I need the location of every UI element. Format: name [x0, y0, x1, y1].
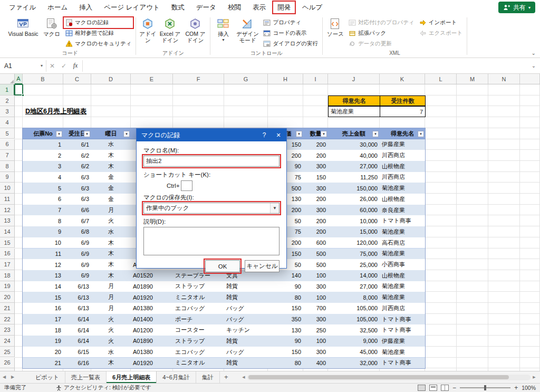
column-header-I[interactable]: I [303, 74, 328, 84]
cell[interactable]: 伊藤産業 [380, 139, 426, 151]
row-header-4[interactable]: 4 [0, 117, 15, 128]
cell[interactable]: 奈良産業 [380, 205, 426, 216]
cell[interactable]: 80 [268, 358, 304, 369]
row-header-19[interactable]: 19 [0, 281, 15, 292]
tab-page-layout[interactable]: ページ レイアウト [98, 0, 166, 15]
cell[interactable]: 火 [91, 215, 131, 227]
cell[interactable]: 21 [23, 358, 64, 369]
cell[interactable]: A01200 [131, 324, 173, 336]
cell[interactable]: ポーチ [173, 314, 225, 326]
chevron-down-icon[interactable]: ▼ [270, 203, 279, 213]
cell[interactable]: 200 [303, 139, 329, 151]
column-header-L[interactable]: L [425, 74, 457, 84]
cell[interactable]: 木 [91, 358, 131, 369]
tab-formulas[interactable]: 数式 [166, 0, 190, 15]
cell[interactable]: 菊池産業 [380, 183, 426, 194]
formula-input[interactable] [82, 60, 527, 72]
cell[interactable]: 6/3 [63, 172, 92, 184]
cell[interactable]: 水 [91, 139, 131, 151]
row-header-18[interactable]: 18 [0, 270, 15, 281]
row-header-17[interactable]: 17 [0, 259, 15, 270]
horizontal-scrollbar[interactable]: ◀ ▶ [240, 371, 540, 383]
column-header-H[interactable]: H [268, 74, 303, 84]
addins-button[interactable]: アドイン [139, 16, 157, 43]
column-header-A[interactable]: A [15, 74, 23, 84]
dialog-title-bar[interactable]: マクロの記録 ? ✕ [137, 129, 286, 141]
sheet-tab-1[interactable]: ピボット [30, 371, 65, 383]
cell[interactable]: 雑貨 [224, 336, 268, 347]
cancel-formula-icon[interactable]: ✕ [46, 62, 58, 70]
new-sheet-button[interactable]: + [220, 371, 233, 383]
row-header-21[interactable]: 21 [0, 303, 15, 314]
cell[interactable]: 木 [91, 270, 131, 282]
cell[interactable]: 120,000 [328, 237, 380, 249]
row-header-8[interactable]: 8 [0, 161, 15, 172]
row-header-7[interactable]: 7 [0, 150, 15, 161]
cell[interactable]: 14,000 [328, 270, 380, 282]
sheet-tab-2[interactable]: 売上一覧表 [65, 371, 107, 383]
zoom-level[interactable]: 100% [522, 385, 536, 391]
cell[interactable]: 100 [303, 292, 329, 303]
cell[interactable]: 200 [303, 194, 329, 205]
cell[interactable]: バッグ [224, 314, 268, 326]
cell[interactable]: 200 [303, 215, 329, 227]
cell[interactable]: 川西商店 [380, 150, 426, 161]
help-button[interactable]: ? [258, 131, 271, 139]
status-accessibility[interactable]: アクセシビリティ: 検討が必要です [64, 384, 151, 391]
cell[interactable]: A01890 [131, 281, 173, 293]
tab-developer[interactable]: 開発 [272, 0, 296, 15]
cell[interactable]: 伊藤産業 [380, 336, 426, 347]
visual-basic-button[interactable]: Visual Basic [7, 16, 40, 37]
cell[interactable]: 金 [91, 172, 131, 184]
sheet-tab-3[interactable]: 6月売上明細表 [107, 371, 157, 383]
relative-references-button[interactable]: 相対参照で記録 [64, 28, 133, 39]
cell[interactable]: コースター [173, 324, 225, 336]
cell[interactable]: 250 [303, 324, 329, 336]
macros-button[interactable]: マクロ [41, 16, 62, 37]
cell[interactable]: 45,000 [328, 347, 380, 358]
row-header-20[interactable]: 20 [0, 292, 15, 303]
cell[interactable]: 500 [303, 248, 329, 260]
cell[interactable]: 6/13 [63, 281, 92, 293]
tab-review[interactable]: 校閲 [222, 0, 247, 15]
table-header-8[interactable]: 数量▾ [303, 128, 329, 140]
cell[interactable]: 100 [303, 336, 329, 347]
summary-value-count[interactable]: 7 [380, 106, 426, 117]
sheet-tab-4[interactable]: 4~6月集計 [157, 371, 196, 383]
cell[interactable]: 11 [23, 248, 64, 260]
cell[interactable]: 菊池産業 [380, 226, 426, 238]
cell[interactable]: 1 [23, 139, 64, 151]
scroll-left-icon[interactable]: ◀ [240, 375, 247, 379]
cell[interactable]: ミニタオル [173, 292, 225, 303]
column-header-extra[interactable] [520, 74, 540, 84]
column-header-D[interactable]: D [91, 74, 131, 84]
com-addins-button[interactable]: COM アドイン [183, 16, 207, 43]
cell[interactable]: 月 [91, 205, 131, 216]
cell[interactable]: 300 [303, 281, 329, 293]
cell[interactable]: 150 [268, 347, 304, 358]
cell[interactable]: 20 [23, 347, 64, 358]
page-break-view-icon[interactable] [441, 385, 449, 391]
cell[interactable]: 7 [23, 205, 64, 216]
cell[interactable]: 火 [91, 336, 131, 347]
cell[interactable]: 27,000 [328, 281, 380, 293]
cell[interactable]: 130 [268, 324, 304, 336]
cell[interactable]: 16 [23, 303, 64, 314]
cell[interactable]: 150 [303, 172, 329, 184]
cell[interactable]: 山根物産 [380, 161, 426, 173]
row-header-24[interactable]: 24 [0, 336, 15, 347]
cell[interactable]: 小西商事 [380, 259, 426, 271]
cell[interactable]: 5 [23, 183, 64, 194]
scrollbar-thumb[interactable] [248, 375, 509, 379]
column-header-C[interactable]: C [63, 74, 91, 84]
filter-button[interactable]: ▾ [84, 131, 90, 137]
cell[interactable]: 15,000 [328, 226, 380, 238]
cell[interactable]: 3 [23, 161, 64, 173]
cell[interactable]: 雑貨 [224, 281, 268, 293]
cell[interactable]: 菊池産業 [380, 347, 426, 358]
record-macro-button[interactable]: マクロの記録 [64, 17, 133, 28]
cell[interactable]: 105,000 [328, 314, 380, 326]
row-header-25[interactable]: 25 [0, 347, 15, 358]
row-header-22[interactable]: 22 [0, 314, 15, 325]
tab-file[interactable]: ファイル [3, 0, 42, 15]
